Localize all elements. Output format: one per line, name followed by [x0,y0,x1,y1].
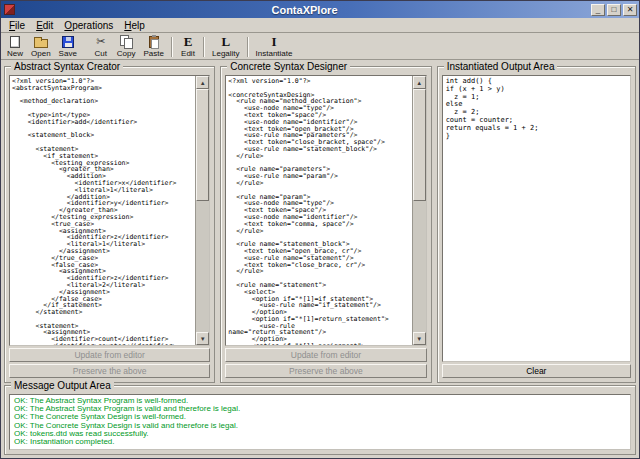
scroll-up-button[interactable]: ▲ [196,76,209,89]
copy-button[interactable]: Copy [113,34,140,58]
copy-button-label: Copy [117,49,136,58]
menubar: File Edit Operations Help [1,18,639,33]
open-button-label: Open [31,49,51,58]
concrete-syntax-editor[interactable]: <?xml version="1.0"?> <concreteSyntaxDes… [226,76,411,345]
message-area-title: Message Output Area [11,381,114,391]
menu-file[interactable]: File [4,19,31,32]
instantiate-letter-icon: I [271,35,276,48]
toolbar: New Open Save ✂ Cut Copy Paste E Edit [1,33,639,60]
maximize-button[interactable]: □ [607,4,621,16]
edit-letter-icon: E [184,35,193,48]
toolbar-separator [171,37,173,57]
cut-button[interactable]: ✂ Cut [89,34,113,58]
scrollbar-track[interactable] [196,89,209,332]
paste-button[interactable]: Paste [140,34,168,58]
concrete-syntax-designer-panel: Concrete Syntax Designer <?xml version="… [220,66,431,383]
message-output-area-panel: Message Output Area OK: The Abstract Syn… [4,385,636,455]
scroll-up-button[interactable]: ▲ [413,76,426,89]
menu-help[interactable]: Help [119,19,151,32]
output-panel-title: Instantiated Output Area [444,62,558,72]
minimize-button[interactable]: _ [591,4,605,16]
output-scrollpane: int add() { if (x + 1 > y) z = 1; else z… [442,75,631,362]
open-button-icon-slot [34,35,48,48]
toolbar-separator [247,37,249,57]
concrete-panel-title: Concrete Syntax Designer [227,62,350,72]
copy-pages-icon [120,35,132,48]
instantiate-button-label: Instantiate [256,49,293,58]
edit-button[interactable]: E Edit [176,34,200,58]
instantiate-button-icon-slot: I [271,35,276,48]
instantiated-output-panel: Instantiated Output Area int add() { if … [437,66,636,383]
scrollbar-track[interactable] [413,89,426,332]
edit-button-label: Edit [181,49,195,58]
new-button-icon-slot [10,35,20,48]
abstract-update-from-editor-button[interactable]: Update from editor [9,348,210,362]
copy-button-icon-slot [120,35,132,48]
legality-button[interactable]: L Legality [208,34,244,58]
save-button-label: Save [59,49,77,58]
concrete-update-from-editor-button[interactable]: Update from editor [225,348,426,362]
cut-button-icon-slot: ✂ [96,35,105,48]
save-floppy-icon [62,36,74,48]
cut-scissors-icon: ✂ [96,35,105,48]
save-button-icon-slot [62,35,74,48]
concrete-preserve-above-button[interactable]: Preserve the above [225,364,426,378]
paste-button-label: Paste [144,49,164,58]
abstract-editor-scrollbar[interactable]: ▲ ▼ [195,76,209,345]
app-icon [4,4,15,15]
abstract-syntax-editor[interactable]: <?xml version="1.0"?> <abstractSyntaxPro… [10,76,195,345]
clear-button[interactable]: Clear [442,364,631,378]
scroll-down-button[interactable]: ▼ [196,332,209,345]
legality-button-label: Legality [212,49,240,58]
abstract-preserve-above-button[interactable]: Preserve the above [9,364,210,378]
main-area: Abstract Syntax Creator <?xml version="1… [1,60,639,383]
edit-button-icon-slot: E [184,35,193,48]
close-button[interactable]: ✕ [623,4,637,16]
instantiate-button[interactable]: I Instantiate [252,34,297,58]
scrollbar-thumb[interactable] [196,89,209,201]
menu-edit[interactable]: Edit [31,19,59,32]
concrete-editor-scrollbar[interactable]: ▲ ▼ [412,76,426,345]
abstract-editor-scrollpane: <?xml version="1.0"?> <abstractSyntaxPro… [9,75,210,346]
concrete-editor-scrollpane: <?xml version="1.0"?> <concreteSyntaxDes… [225,75,426,346]
scroll-down-button[interactable]: ▼ [413,332,426,345]
window-title: ContaXPlore [18,4,591,16]
new-button[interactable]: New [3,34,27,58]
scrollbar-thumb[interactable] [413,89,426,201]
toolbar-separator [203,37,205,57]
open-button[interactable]: Open [27,34,55,58]
legality-letter-icon: L [221,35,230,48]
legality-button-icon-slot: L [221,35,230,48]
new-button-label: New [7,49,23,58]
paste-clipboard-icon [149,36,159,48]
new-document-icon [10,36,20,48]
message-list[interactable]: OK: The Abstract Syntax Program is well-… [9,394,631,450]
save-button[interactable]: Save [55,34,81,58]
app-window: ContaXPlore _ □ ✕ File Edit Operations H… [0,0,640,459]
abstract-panel-title: Abstract Syntax Creator [11,62,123,72]
menu-operations[interactable]: Operations [59,19,119,32]
output-area[interactable]: int add() { if (x + 1 > y) z = 1; else z… [443,76,630,361]
open-folder-icon [34,39,48,48]
paste-button-icon-slot [149,35,159,48]
cut-button-label: Cut [95,49,107,58]
titlebar[interactable]: ContaXPlore _ □ ✕ [1,1,639,18]
abstract-syntax-creator-panel: Abstract Syntax Creator <?xml version="1… [4,66,215,383]
window-controls: _ □ ✕ [591,4,637,16]
